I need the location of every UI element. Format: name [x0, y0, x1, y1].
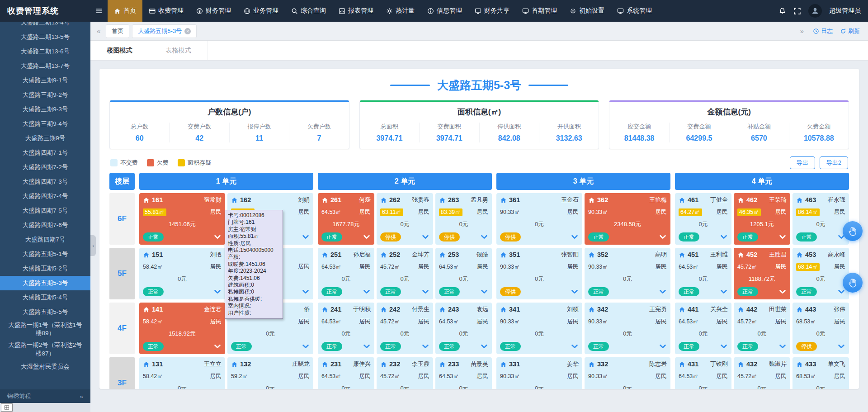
sidebar-item-18[interactable]: 大盛路五期5-3号 — [0, 276, 90, 290]
chevron-down-icon[interactable] — [213, 288, 222, 296]
nav-item-charge-mgmt[interactable]: 收费管理 — [142, 0, 190, 22]
chevron-down-icon[interactable] — [302, 342, 310, 350]
room-card-243[interactable]: 243袁远64.53㎡居民0元正常 — [435, 303, 492, 354]
sidebar-item-5[interactable]: 大盛路三期9-2号 — [0, 88, 90, 102]
sidebar-item-3[interactable]: 大盛路二期13-7号 — [0, 59, 90, 73]
sidebar-item-1[interactable]: 大盛路二期13-5号 — [0, 30, 90, 44]
bell-icon[interactable] — [778, 7, 786, 15]
nav-item-query[interactable]: 综合查询 — [285, 0, 332, 22]
room-card-351[interactable]: 351张智阳90.33㎡居民0元停供 — [496, 248, 582, 299]
room-card-443[interactable]: 443张伟68.53㎡居民0元停供 — [793, 303, 849, 354]
chevron-down-icon[interactable] — [421, 288, 429, 296]
room-card-361[interactable]: 361玉金石90.33㎡居民0元停供 — [496, 193, 582, 245]
sidebar-item-8[interactable]: 大盛路三期9号 — [0, 131, 90, 146]
room-card-332[interactable]: 332陈志岩90.33㎡居民0元正常 — [585, 357, 670, 389]
room-card-161[interactable]: 161宿常财55.81㎡居民1451.06元正常 — [139, 193, 225, 245]
chevron-down-icon[interactable] — [363, 288, 371, 296]
sidebar-item-14[interactable]: 大盛路四期7-6号 — [0, 218, 90, 232]
sidebar-item-2[interactable]: 大盛路二期13-6号 — [0, 44, 90, 59]
tab-close-icon[interactable]: × — [184, 28, 191, 34]
chevron-down-icon[interactable] — [778, 288, 787, 296]
nav-item-finance-share[interactable]: 财务共享 — [468, 0, 516, 22]
sidebar-item-22[interactable]: 大盛路一期2号（荣利达2号楼87） — [0, 339, 90, 359]
hand-float-button-2[interactable] — [843, 273, 863, 293]
sidebar-item-11[interactable]: 大盛路四期7-3号 — [0, 175, 90, 189]
room-card-253[interactable]: 253银皓64.53㎡居民0元正常 — [435, 248, 492, 299]
tabs-scroll-right-icon[interactable]: » — [798, 27, 806, 35]
room-card-341[interactable]: 341刘硕90.33㎡居民0元正常 — [496, 303, 582, 354]
chevron-down-icon[interactable] — [480, 342, 488, 350]
room-card-441[interactable]: 441关兴全64.53㎡居民0元正常 — [675, 303, 731, 354]
room-card-263[interactable]: 263孟凡勇83.39㎡居民0元停供 — [435, 193, 492, 245]
room-card-151[interactable]: 151刘艳58.42㎡居民0元正常 — [139, 248, 225, 299]
chevron-down-icon[interactable] — [571, 233, 579, 241]
chevron-down-icon[interactable] — [363, 233, 371, 241]
fullscreen-icon[interactable] — [793, 7, 801, 15]
room-card-261[interactable]: 261何磊64.53㎡居民1677.78元正常 — [318, 193, 374, 245]
room-card-231[interactable]: 231康佳兴64.53㎡居民0元正常 — [318, 357, 374, 389]
sidebar-item-6[interactable]: 大盛路三期9-3号 — [0, 102, 90, 117]
chevron-down-icon[interactable] — [778, 233, 787, 241]
user-name[interactable]: 超级管理员 — [829, 7, 861, 15]
chevron-down-icon[interactable] — [720, 233, 728, 241]
room-card-132[interactable]: 132庄晓龙59.2㎡居民0元正常 — [227, 357, 313, 389]
room-card-362[interactable]: 362王艳梅90.33㎡居民2348.58元正常 — [585, 193, 670, 245]
avatar[interactable] — [808, 4, 822, 18]
sidebar-item-17[interactable]: 大盛路五期5-2号 — [0, 261, 90, 276]
chevron-down-icon[interactable] — [720, 342, 728, 350]
nav-item-first-period-mgmt[interactable]: 首期管理 — [516, 0, 563, 22]
sidebar-toggle-button[interactable] — [90, 0, 108, 22]
nav-item-finance-mgmt[interactable]: 财务管理 — [190, 0, 237, 22]
room-card-342[interactable]: 342王宪勇90.33㎡居民0元正常 — [585, 303, 670, 354]
chevron-down-icon[interactable] — [778, 342, 787, 350]
room-card-431[interactable]: 431丁铁刚64.53㎡居民0元正常 — [675, 357, 731, 389]
sidebar-footer[interactable]: 锦绣前程 « — [0, 389, 90, 403]
nav-item-heat-metering[interactable]: 热计量 — [380, 0, 421, 22]
chevron-down-icon[interactable] — [480, 233, 488, 241]
hand-float-button-1[interactable] — [843, 221, 863, 241]
room-card-131[interactable]: 131王立立58.42㎡居民0元正常 — [139, 357, 225, 389]
sidebar-item-0[interactable]: 大盛路二期13-4号 — [0, 22, 90, 30]
room-card-453[interactable]: 453高永峰68.14㎡居民0元正常 — [793, 248, 849, 299]
room-card-451[interactable]: 451王利维64.53㎡居民0元正常 — [675, 248, 731, 299]
export-button-1[interactable]: 导出 — [790, 156, 815, 169]
chevron-down-icon[interactable] — [302, 233, 310, 241]
sidebar-item-21[interactable]: 大盛路一期1号（荣利达1号楼89） — [0, 319, 90, 339]
room-card-432[interactable]: 432魏淑芹45.72㎡居民0元正常 — [734, 357, 790, 389]
sidebar-item-23[interactable]: 大湿堡村民委员会 — [0, 360, 90, 374]
sidebar-item-20[interactable]: 大盛路五期5-5号 — [0, 305, 90, 319]
room-card-251[interactable]: 251孙启福64.53㎡居民0元正常 — [318, 248, 374, 299]
room-card-252[interactable]: 252金坤芳45.72㎡居民0元正常 — [377, 248, 433, 299]
chevron-down-icon[interactable] — [421, 342, 429, 350]
chevron-down-icon[interactable] — [659, 233, 667, 241]
chevron-down-icon[interactable] — [363, 342, 371, 350]
sidebar-item-10[interactable]: 大盛路四期7-2号 — [0, 160, 90, 175]
nav-item-init-settings[interactable]: 初始设置 — [563, 0, 611, 22]
nav-item-business-mgmt[interactable]: 业务管理 — [237, 0, 285, 22]
sidebar-item-4[interactable]: 大盛路三期9-1号 — [0, 73, 90, 88]
sidebar-item-15[interactable]: 大盛路四期7号 — [0, 232, 90, 247]
sidebar-item-9[interactable]: 大盛路四期7-1号 — [0, 146, 90, 160]
sidebar-item-16[interactable]: 大盛路五期5-1号 — [0, 247, 90, 261]
chevron-down-icon[interactable] — [213, 233, 222, 241]
room-card-462[interactable]: 462王荣琦46.35㎡居民1205.1元正常 — [734, 193, 790, 245]
tab-building[interactable]: 大盛路五期5-3号× — [132, 24, 197, 38]
chevron-down-icon[interactable] — [837, 288, 845, 296]
chevron-down-icon[interactable] — [302, 288, 310, 296]
chevron-down-icon[interactable] — [571, 288, 579, 296]
tabs-scroll-left-icon[interactable]: « — [95, 27, 102, 35]
chevron-down-icon[interactable] — [480, 288, 488, 296]
room-card-242[interactable]: 242付景生45.72㎡居民0元正常 — [377, 303, 433, 354]
room-card-331[interactable]: 331姜华90.33㎡居民0元停供 — [496, 357, 582, 389]
chevron-down-icon[interactable] — [659, 288, 667, 296]
sidebar-item-12[interactable]: 大盛路四期7-4号 — [0, 189, 90, 204]
refresh-button[interactable]: 刷新 — [840, 27, 860, 35]
room-card-352[interactable]: 352高明90.33㎡居民0元正常 — [585, 248, 670, 299]
chevron-down-icon[interactable] — [421, 233, 429, 241]
room-card-461[interactable]: 461丁健全64.27㎡居民0元正常 — [675, 193, 731, 245]
room-card-233[interactable]: 233苗景英64.53㎡居民0元正常 — [435, 357, 492, 389]
chevron-down-icon[interactable] — [213, 342, 222, 350]
chevron-down-icon[interactable] — [837, 342, 845, 350]
sidebar-collapse-handle[interactable]: ‹ — [90, 235, 96, 256]
sidebar-item-7[interactable]: 大盛路三期9-4号 — [0, 117, 90, 131]
